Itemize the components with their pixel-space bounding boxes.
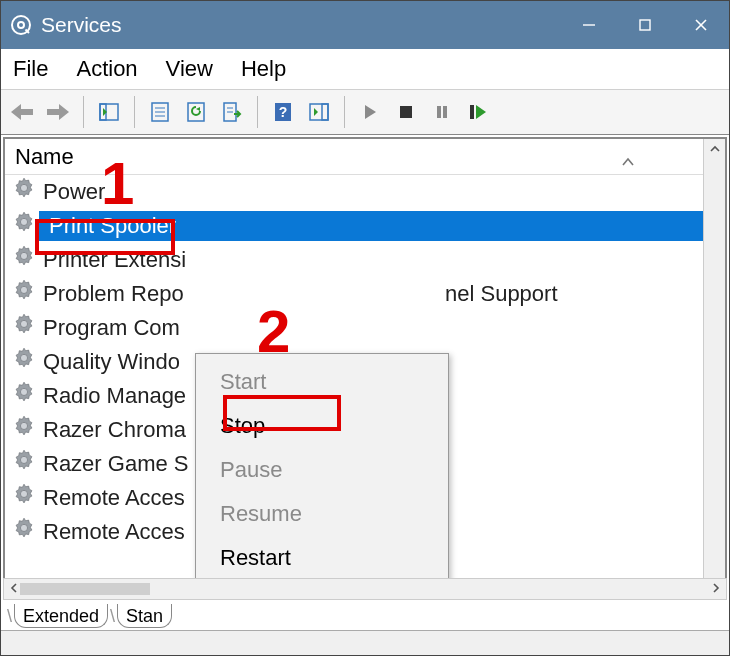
tab-extended[interactable]: Extended [14,604,108,628]
service-name-label: Power [43,179,105,205]
service-row[interactable]: Power [5,175,725,209]
svg-marker-29 [476,105,486,119]
service-row[interactable]: Problem Reponel Support [5,277,725,311]
service-gear-icon [11,278,37,310]
horizontal-scrollbar[interactable] [3,578,727,600]
service-gear-icon [11,210,37,242]
svg-rect-26 [437,106,441,118]
service-name-label: Quality Windo [43,349,180,375]
service-row[interactable]: Program Com [5,311,725,345]
svg-rect-21 [310,104,328,120]
start-service-button[interactable] [355,97,385,127]
menu-action[interactable]: Action [76,56,137,82]
service-gear-icon [11,516,37,548]
nav-back-button[interactable] [7,97,37,127]
svg-rect-14 [188,103,204,121]
context-menu-item-label: Restart [220,545,291,571]
svg-point-1 [18,22,24,28]
service-row[interactable]: Print Spooler [5,209,725,243]
svg-point-40 [20,524,27,531]
nav-forward-button[interactable] [43,97,73,127]
minimize-button[interactable] [561,1,617,49]
menubar: File Action View Help [1,49,729,89]
service-name-label: Remote Acces [43,485,185,511]
window-title: Services [41,13,122,37]
scroll-right-icon[interactable] [710,580,722,598]
service-name-label: Problem Repo [43,281,184,307]
context-menu: StartStopPauseResumeRestartAll TasksRefr… [195,353,449,578]
service-name-label: Razer Chroma [43,417,186,443]
export-list-button[interactable] [217,97,247,127]
vertical-scrollbar[interactable] [703,139,725,578]
context-menu-pause: Pause [196,448,448,492]
close-button[interactable] [673,1,729,49]
stop-service-button[interactable] [391,97,421,127]
context-menu-item-label: Stop [220,413,265,439]
svg-point-31 [20,218,27,225]
context-menu-item-label: Start [220,369,266,395]
refresh-button[interactable] [181,97,211,127]
svg-point-35 [20,354,27,361]
show-hide-tree-button[interactable] [94,97,124,127]
service-gear-icon [11,448,37,480]
svg-point-37 [20,422,27,429]
svg-point-36 [20,388,27,395]
service-gear-icon [11,244,37,276]
service-name-label: Remote Acces [43,519,185,545]
svg-point-30 [20,184,27,191]
svg-rect-22 [322,104,328,120]
service-gear-icon [11,482,37,514]
svg-text:?: ? [279,104,288,120]
scroll-up-icon[interactable] [709,139,721,160]
help-button[interactable]: ? [268,97,298,127]
scroll-left-icon[interactable] [8,580,20,598]
service-name-label: Razer Game S [43,451,189,477]
svg-rect-25 [400,106,412,118]
status-bar [1,630,729,656]
toolbar-separator [344,96,345,128]
menu-file[interactable]: File [13,56,48,82]
toolbar: ? [1,89,729,135]
service-row[interactable]: Printer Extensi [5,243,725,277]
service-gear-icon [11,380,37,412]
properties-button[interactable] [145,97,175,127]
service-name-label: Radio Manage [43,383,186,409]
maximize-button[interactable] [617,1,673,49]
toolbar-separator [257,96,258,128]
service-gear-icon [11,346,37,378]
action-pane-button[interactable] [304,97,334,127]
toolbar-separator [134,96,135,128]
svg-marker-15 [196,107,200,111]
scroll-thumb[interactable] [20,583,150,595]
svg-point-39 [20,490,27,497]
service-gear-icon [11,176,37,208]
menu-view[interactable]: View [166,56,213,82]
context-menu-item-label: Pause [220,457,282,483]
svg-rect-28 [470,105,474,119]
context-menu-start: Start [196,360,448,404]
service-name-label: Program Com [43,315,180,341]
titlebar: Services [1,1,729,49]
context-menu-item-label: Resume [220,501,302,527]
pause-service-button[interactable] [427,97,457,127]
content-area: Name PowerPrint SpoolerPrinter ExtensiPr… [1,135,729,656]
svg-marker-23 [314,108,318,116]
view-tabs: \Extended \Stan [1,600,729,630]
restart-service-button[interactable] [463,97,493,127]
services-app-icon [9,13,33,37]
menu-help[interactable]: Help [241,56,286,82]
column-header-name[interactable]: Name [5,139,725,175]
service-description-fragment: nel Support [445,281,558,307]
svg-rect-27 [443,106,447,118]
svg-marker-24 [365,105,376,119]
svg-point-32 [20,252,27,259]
context-menu-resume: Resume [196,492,448,536]
service-gear-icon [11,414,37,446]
context-menu-restart[interactable]: Restart [196,536,448,578]
context-menu-stop[interactable]: Stop [196,404,448,448]
svg-rect-7 [100,104,118,120]
service-name-label: Printer Extensi [43,247,186,273]
tab-standard[interactable]: Stan [117,604,172,628]
svg-point-34 [20,320,27,327]
window-controls [561,1,729,49]
